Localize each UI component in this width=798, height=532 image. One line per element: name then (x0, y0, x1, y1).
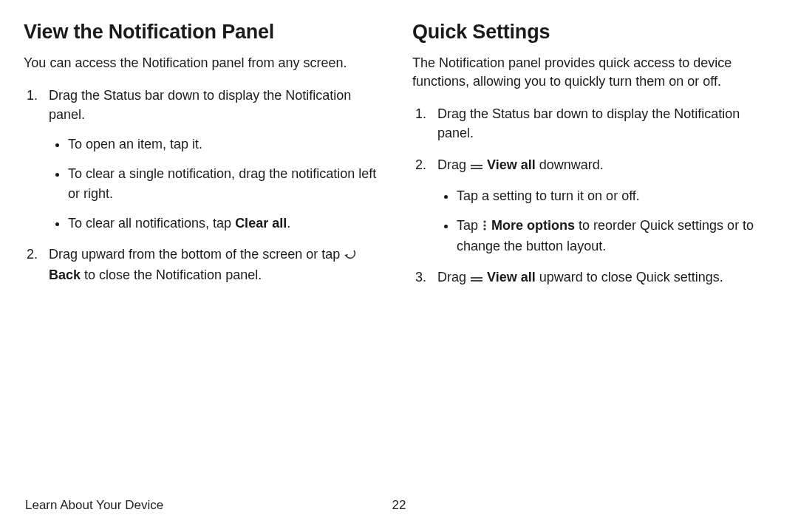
list-item: To clear all notifications, tap Clear al… (68, 214, 386, 233)
bullet-text: Tap (457, 218, 482, 233)
bold-text: View all (483, 270, 536, 284)
intro-left: You can access the Notification panel fr… (24, 54, 386, 72)
step-text: Drag the Status bar down to display the … (437, 106, 740, 140)
list-item: Tap More options to reorder Quick settin… (457, 216, 774, 256)
view-all-icon (470, 157, 483, 176)
bullet-text: To clear all notifications, tap (68, 216, 235, 231)
step-text: Drag (437, 157, 470, 172)
list-item: Tap a setting to turn it on or off. (457, 186, 774, 205)
bullet-text: . (287, 216, 290, 231)
bullet-list-left: To open an item, tap it. To clear a sing… (49, 134, 386, 232)
content-columns: View the Notification Panel You can acce… (24, 21, 774, 300)
page-footer: Learn About Your Device 22 (25, 498, 773, 513)
heading-quick-settings: Quick Settings (412, 21, 774, 44)
step-text: Drag upward from the bottom of the scree… (49, 247, 344, 262)
more-options-icon (482, 217, 488, 236)
footer-page-number: 22 (392, 498, 406, 513)
list-item: Drag the Status bar down to display the … (430, 104, 774, 143)
step-text: upward to close Quick settings. (536, 270, 723, 284)
bold-text: Clear all (235, 216, 287, 231)
right-column: Quick Settings The Notification panel pr… (412, 21, 774, 300)
back-icon (344, 246, 358, 265)
svg-point-4 (483, 228, 485, 230)
list-item: To open an item, tap it. (68, 134, 386, 154)
ordered-list-left: Drag the Status bar down to display the … (24, 86, 386, 284)
bullet-list-right: Tap a setting to turn it on or off. Tap … (437, 186, 774, 256)
list-item: Drag the Status bar down to display the … (41, 86, 386, 233)
svg-point-2 (483, 220, 485, 222)
intro-right: The Notification panel provides quick ac… (412, 54, 774, 91)
left-column: View the Notification Panel You can acce… (24, 21, 386, 300)
step-text: Drag the Status bar down to display the … (49, 88, 351, 122)
bullet-text: To clear a single notification, drag the… (68, 166, 376, 200)
list-item: To clear a single notification, drag the… (68, 164, 386, 202)
ordered-list-right: Drag the Status bar down to display the … (412, 104, 774, 288)
list-item: Drag View all downward. Tap a setting to… (430, 155, 774, 256)
bullet-text: To open an item, tap it. (68, 137, 202, 151)
list-item: Drag upward from the bottom of the scree… (41, 245, 386, 284)
bold-text: Back (49, 267, 81, 282)
bold-text: View all (483, 157, 536, 172)
bullet-text: Tap a setting to turn it on or off. (457, 188, 640, 203)
step-text: Drag (437, 270, 470, 284)
heading-view-notification-panel: View the Notification Panel (24, 21, 386, 44)
bold-text: More options (488, 218, 575, 233)
step-text: downward. (536, 157, 604, 172)
footer-section: Learn About Your Device (25, 498, 163, 512)
view-all-icon (470, 269, 483, 288)
step-text: to close the Notification panel. (81, 267, 262, 282)
svg-point-3 (483, 224, 485, 226)
list-item: Drag View all upward to close Quick sett… (430, 267, 774, 288)
